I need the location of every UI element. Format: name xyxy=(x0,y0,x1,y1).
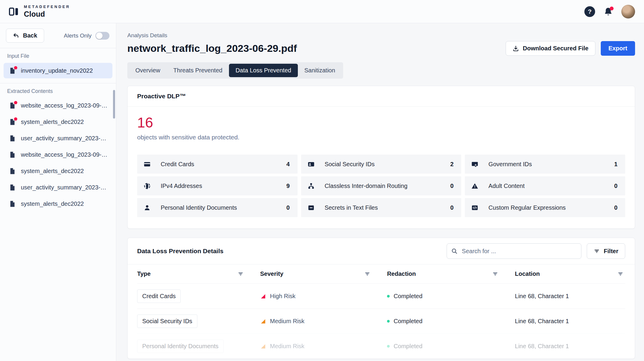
category-count: 0 xyxy=(287,204,290,211)
sidebar-file-item[interactable]: website_access_log_2023-09-… xyxy=(0,97,116,114)
alerts-only-toggle[interactable] xyxy=(95,32,109,40)
category-icon xyxy=(144,204,151,211)
category-icon xyxy=(471,183,478,189)
column-header-redaction: Redaction xyxy=(387,270,416,277)
toggle-knob xyxy=(96,32,103,39)
extracted-contents-list: website_access_log_2023-09-… system_aler… xyxy=(0,97,116,212)
category-label: Adult Content xyxy=(488,183,524,189)
category-label: Secrets in Text Files xyxy=(325,204,378,211)
category-count: 1 xyxy=(614,161,617,168)
file-name: system_alerts_dec2022 xyxy=(21,200,84,207)
status-dot xyxy=(387,345,390,348)
dlp-category-row: Credit Cards 4 xyxy=(137,155,298,174)
type-chip[interactable]: Credit Cards xyxy=(137,290,181,303)
dlp-details-card: Data Loss Prevention Details Filter Type… xyxy=(127,238,635,359)
search-input[interactable] xyxy=(447,243,581,259)
dlp-details-table: Type Severity Redaction Location xyxy=(128,264,635,359)
dlp-category-row: Government IDs 1 xyxy=(465,155,625,174)
dlp-category-row: Personal Identity Documents 0 xyxy=(137,198,298,217)
dlp-category-row: Secrets in Text Files 0 xyxy=(301,198,462,217)
tab[interactable]: Data Loss Prevented xyxy=(229,64,298,77)
file-icon xyxy=(9,168,16,175)
sidebar-scrollbar[interactable] xyxy=(113,90,115,119)
dlp-category-row: Classless Inter-domain Routing 0 xyxy=(301,176,462,195)
back-arrow-icon xyxy=(13,32,19,39)
category-count: 0 xyxy=(450,183,453,189)
notification-badge xyxy=(610,7,614,10)
sidebar-file-item[interactable]: user_activity_summary_2023-… xyxy=(0,130,116,147)
category-label: Credit Cards xyxy=(161,161,194,168)
category-count: 0 xyxy=(614,183,617,189)
sidebar-file-item[interactable]: website_access_log_2023-09-… xyxy=(0,147,116,163)
column-header-severity: Severity xyxy=(260,270,284,277)
category-icon xyxy=(144,183,151,189)
table-body: Credit Cards High Risk Completed Line 68… xyxy=(137,284,625,359)
table-row: Social Security IDs Medium Risk Complete… xyxy=(137,309,625,334)
category-count: 9 xyxy=(287,183,290,189)
category-label: Custom Regular Expressions xyxy=(488,204,566,211)
table-header-row: Type Severity Redaction Location xyxy=(137,264,625,284)
category-count: 4 xyxy=(287,161,290,168)
category-label: Government IDs xyxy=(488,161,532,168)
protected-objects-count: 16 xyxy=(137,114,625,131)
notifications-bell-icon[interactable] xyxy=(603,7,613,16)
file-name: user_activity_summary_2023-… xyxy=(21,184,106,191)
dlp-category-row: Social Security IDs 2 xyxy=(301,155,462,174)
column-filter-icon[interactable] xyxy=(238,271,244,277)
category-icon xyxy=(308,183,315,189)
column-filter-icon[interactable] xyxy=(364,271,370,277)
table-row: Personal Identity Documents Medium Risk … xyxy=(137,334,625,359)
category-icon xyxy=(308,204,315,211)
user-avatar[interactable] xyxy=(621,5,635,18)
file-icon xyxy=(9,102,16,109)
metadefender-logo-icon xyxy=(9,7,18,16)
tab[interactable]: Overview xyxy=(129,64,167,77)
alert-dot xyxy=(14,101,17,104)
brand-product: Cloud xyxy=(24,10,70,18)
type-chip[interactable]: Personal Identity Documents xyxy=(137,340,224,353)
category-label: Classless Inter-domain Routing xyxy=(325,183,408,189)
table-row: Credit Cards High Risk Completed Line 68… xyxy=(137,284,625,309)
category-label: Personal Identity Documents xyxy=(161,204,237,211)
file-icon xyxy=(9,184,16,191)
help-icon[interactable]: ? xyxy=(584,6,595,17)
alert-dot xyxy=(14,117,17,121)
column-filter-icon[interactable] xyxy=(617,271,623,277)
dlp-category-row: Custom Regular Expressions 0 xyxy=(465,198,625,217)
tab[interactable]: Threats Prevented xyxy=(167,64,229,77)
severity-triangle-icon xyxy=(260,318,266,324)
column-filter-icon[interactable] xyxy=(492,271,498,277)
file-name: system_alerts_dec2022 xyxy=(21,168,84,175)
sidebar-file-item[interactable]: user_activity_summary_2023-… xyxy=(0,179,116,196)
sidebar: Back Alerts Only Input File inventory_up… xyxy=(0,23,116,361)
category-icon xyxy=(471,161,478,168)
analysis-tabs: Overview Threats Prevented Data Loss Pre… xyxy=(127,62,343,79)
back-button[interactable]: Back xyxy=(6,29,44,43)
severity-triangle-icon xyxy=(260,293,266,299)
sidebar-item-input-file[interactable]: inventory_update_nov2022 xyxy=(4,63,112,78)
file-name: inventory_update_nov2022 xyxy=(21,67,93,74)
breadcrumb: Analysis Details xyxy=(127,32,635,39)
status-dot xyxy=(387,320,390,323)
category-icon xyxy=(308,161,315,168)
redaction-status: Completed xyxy=(394,318,422,325)
type-chip[interactable]: Social Security IDs xyxy=(137,315,197,328)
dlp-details-title: Data Loss Prevention Details xyxy=(137,248,447,255)
filter-button[interactable]: Filter xyxy=(587,243,625,259)
sidebar-file-item[interactable]: system_alerts_dec2022 xyxy=(0,196,116,212)
proactive-dlp-card: Proactive DLP™ 16 objects with sensitive… xyxy=(127,86,635,229)
sidebar-file-item[interactable]: system_alerts_dec2022 xyxy=(0,163,116,179)
file-icon xyxy=(9,151,16,158)
page-title: network_traffic_log_2023-06-29.pdf xyxy=(127,43,297,54)
column-header-location: Location xyxy=(515,270,540,277)
download-secured-file-button[interactable]: Download Secured File xyxy=(506,41,595,56)
location-value: Line 68, Character 1 xyxy=(515,318,625,325)
sidebar-file-item[interactable]: system_alerts_dec2022 xyxy=(0,114,116,130)
tab[interactable]: Sanitization xyxy=(298,64,342,77)
location-value: Line 68, Character 1 xyxy=(515,293,625,300)
download-icon xyxy=(513,45,519,52)
export-button[interactable]: Export xyxy=(601,41,635,56)
severity-label: Medium Risk xyxy=(270,343,305,350)
filter-lines-icon xyxy=(594,248,600,254)
dlp-category-grid: Credit Cards 4 Social Security IDs 2 Gov… xyxy=(137,155,625,217)
